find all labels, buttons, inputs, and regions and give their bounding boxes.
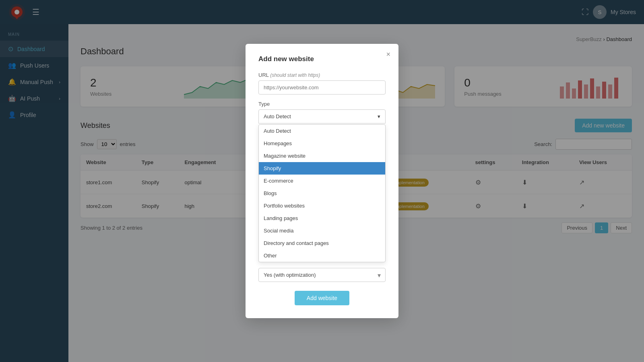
dropdown-option-other[interactable]: Other <box>259 249 385 262</box>
dropdown-option-homepages[interactable]: Homepages <box>259 137 385 150</box>
optimization-select-wrapper: Yes (with optimization) No ▾ <box>258 268 386 282</box>
dropdown-option-magazine[interactable]: Magazine website <box>259 150 385 162</box>
add-website-modal: Add new website × URL (should start with… <box>246 44 398 318</box>
dropdown-option-landing[interactable]: Landing pages <box>259 212 385 224</box>
url-field-label: URL (should start with https) <box>258 72 386 78</box>
type-field-label: Type <box>258 101 386 107</box>
url-input[interactable] <box>258 80 386 95</box>
modal-overlay: Add new website × URL (should start with… <box>0 0 644 362</box>
type-selected-value: Auto Detect <box>264 113 291 119</box>
optimization-select[interactable]: Yes (with optimization) No <box>258 268 386 282</box>
modal-close-button[interactable]: × <box>386 50 390 59</box>
dropdown-option-portfolio[interactable]: Portfolio websites <box>259 200 385 212</box>
dropdown-option-blogs[interactable]: Blogs <box>259 187 385 200</box>
chevron-down-icon: ▾ <box>378 113 380 119</box>
url-hint: (should start with https) <box>270 72 320 78</box>
dropdown-option-directory[interactable]: Directory and contact pages <box>259 237 385 249</box>
type-select-display[interactable]: Auto Detect ▾ <box>258 109 386 123</box>
dropdown-option-auto-detect[interactable]: Auto Detect <box>259 125 385 137</box>
modal-title: Add new website <box>258 55 386 63</box>
add-website-button[interactable]: Add website <box>295 291 349 305</box>
type-select-wrapper: Auto Detect ▾ <box>258 109 386 123</box>
dropdown-option-ecommerce[interactable]: E-commerce <box>259 175 385 187</box>
dropdown-option-social[interactable]: Social media <box>259 224 385 237</box>
type-dropdown-list: Auto Detect Homepages Magazine website S… <box>258 124 386 262</box>
dropdown-option-shopify[interactable]: Shopify <box>259 162 385 175</box>
